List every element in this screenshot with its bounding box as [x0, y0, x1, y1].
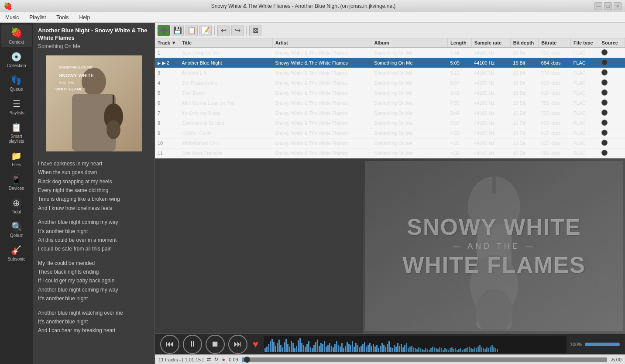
scrobble-icon[interactable]: ●: [222, 356, 225, 363]
maximize-button[interactable]: □: [604, 2, 612, 10]
sidebar-item-subsonic[interactable]: 🎸 Subsonic: [1, 242, 32, 264]
track-title: One More Traveller: [179, 148, 272, 158]
visualizer-bar: [495, 348, 496, 352]
track-source: [599, 78, 625, 88]
bg-band-name-2: WHITE FLAMES: [402, 253, 586, 278]
rename-button[interactable]: 📝: [199, 25, 212, 36]
next-button[interactable]: ⏭: [228, 335, 247, 354]
table-row[interactable]: 10 Whiteflames Chill Snowy White & The W…: [155, 138, 625, 148]
col-track[interactable]: Track ▼: [155, 38, 179, 48]
svg-text:AND THE: AND THE: [59, 81, 74, 85]
sidebar-item-files[interactable]: 📁 Files: [1, 148, 32, 170]
visualizer-bar: [273, 342, 275, 352]
col-file-type[interactable]: File type: [571, 38, 599, 48]
visualizer-bar: [270, 341, 271, 352]
col-length[interactable]: Length: [448, 38, 472, 48]
table-row[interactable]: ▶ 2 Another Blue Night Snowy White & The…: [155, 58, 625, 68]
app-icon: 🍓: [3, 2, 12, 10]
undo-button[interactable]: ↩: [217, 25, 230, 36]
track-sample-rate: 44100 Hz: [471, 98, 510, 108]
track-filetype: FLAC: [571, 138, 599, 148]
table-row[interactable]: 8 Commercial Suicide Snowy White & The W…: [155, 118, 625, 128]
track-sample-rate: 44100 Hz: [471, 88, 510, 98]
stop-button[interactable]: ⏹: [206, 335, 225, 354]
col-bitrate[interactable]: Bitrate: [539, 38, 571, 48]
track-sample-rate: 44100 Hz: [471, 108, 510, 118]
sidebar-item-context[interactable]: 🍓 Context: [1, 24, 32, 47]
visualizer-bar: [497, 349, 498, 352]
load-button[interactable]: 💾: [172, 25, 184, 36]
visualizer-bar: [315, 342, 316, 352]
repeat-icon[interactable]: ↻: [214, 357, 218, 362]
visualizer-bar: [312, 348, 313, 352]
track-artist: Snowy White & The White Flames: [272, 108, 371, 118]
visualizer-bar: [458, 349, 460, 352]
bg-artist-name: SNOWY WHITE: [407, 215, 581, 240]
sidebar-item-queue[interactable]: 👣 Queue: [1, 72, 32, 94]
visualizer-bar: [423, 350, 425, 352]
menu-music[interactable]: Music: [3, 14, 21, 21]
svg-point-5: [106, 120, 120, 139]
prev-button[interactable]: ⏮: [160, 335, 179, 354]
visualizer-bar: [411, 346, 412, 352]
redo-button[interactable]: ↪: [231, 25, 244, 36]
col-artist[interactable]: Artist: [272, 38, 371, 48]
close-button[interactable]: ×: [614, 2, 622, 10]
track-bit-depth: 16 Bit: [510, 58, 539, 68]
visualizer-bar: [289, 347, 290, 352]
visualizer-bar: [338, 345, 339, 352]
col-source[interactable]: Source: [599, 38, 625, 48]
save-button[interactable]: 📋: [185, 25, 198, 36]
table-row[interactable]: 5 Cool Down Snowy White & The White Flam…: [155, 88, 625, 98]
col-sample-rate[interactable]: Sample rate: [471, 38, 510, 48]
track-number: 8: [155, 118, 179, 128]
col-album[interactable]: Album: [371, 38, 448, 48]
visualizer-bar: [474, 347, 475, 352]
track-source: [599, 48, 625, 58]
table-row[interactable]: 3 Another Life Snowy White & The White F…: [155, 68, 625, 78]
visualizer-bar: [299, 338, 301, 352]
table-row[interactable]: 1 Something on Me Snowy White & The Whit…: [155, 48, 625, 58]
minimize-button[interactable]: —: [594, 2, 602, 10]
shuffle-icon[interactable]: ⇄: [207, 357, 211, 362]
visualizer-bar: [491, 345, 493, 352]
sidebar-item-tidal[interactable]: ⊕ Tidal: [1, 195, 32, 217]
track-source: [599, 128, 625, 138]
table-row[interactable]: 9 I Wish I Could Snowy White & The White…: [155, 128, 625, 138]
table-row[interactable]: 11 One More Traveller Snowy White & The …: [155, 148, 625, 158]
menu-help[interactable]: Help: [77, 14, 92, 21]
table-row[interactable]: 4 Get Responsible Snowy White & The Whit…: [155, 78, 625, 88]
volume-slider[interactable]: [585, 343, 620, 346]
sidebar-item-collection[interactable]: 💿 Collection: [1, 49, 32, 71]
table-row[interactable]: 7 It's Only the Blues Snowy White & The …: [155, 108, 625, 118]
clear-button[interactable]: ⊠: [249, 25, 261, 36]
favorite-button[interactable]: ♥: [253, 339, 258, 350]
album-art-svg: SOMETHING ON ME SNOWY WHITE AND THE WHIT…: [46, 55, 142, 151]
track-bitrate: 717 kbps: [539, 48, 571, 58]
sidebar-item-qobuz[interactable]: 🔍 Qobuz: [1, 219, 32, 240]
sidebar-collection-label: Collection: [7, 63, 26, 68]
track-number: 10: [155, 138, 179, 148]
menu-tools[interactable]: Tools: [55, 14, 70, 21]
visualizer-bar: [469, 347, 470, 352]
visualizer-bar: [378, 348, 379, 352]
menu-playlist[interactable]: Playlist: [27, 14, 48, 21]
visualizer-bar: [271, 339, 273, 352]
sidebar-item-playlists[interactable]: ☰ Playlists: [1, 96, 32, 118]
visualizer-bar: [390, 347, 391, 352]
sidebar-item-devices[interactable]: 📱 Devices: [1, 172, 32, 193]
pause-button[interactable]: ⏸: [183, 335, 202, 354]
visualizer-bar: [277, 343, 278, 352]
track-list: 1 Something on Me Snowy White & The Whit…: [155, 48, 625, 158]
add-button[interactable]: ➕: [158, 25, 170, 36]
progress-bar[interactable]: [242, 357, 607, 362]
track-title: Ain't Gonna Lean on You: [179, 98, 272, 108]
sidebar-item-smart-playlists[interactable]: 📋 Smart playlists: [1, 120, 32, 146]
table-row[interactable]: 6 Ain't Gonna Lean on You Snowy White & …: [155, 98, 625, 108]
track-number: 7: [155, 108, 179, 118]
visualizer-bar: [455, 348, 456, 352]
visualizer-bar: [383, 345, 385, 352]
track-length: 5:09: [448, 58, 472, 68]
col-bit-depth[interactable]: Bit depth: [510, 38, 539, 48]
col-title[interactable]: Title: [179, 38, 272, 48]
